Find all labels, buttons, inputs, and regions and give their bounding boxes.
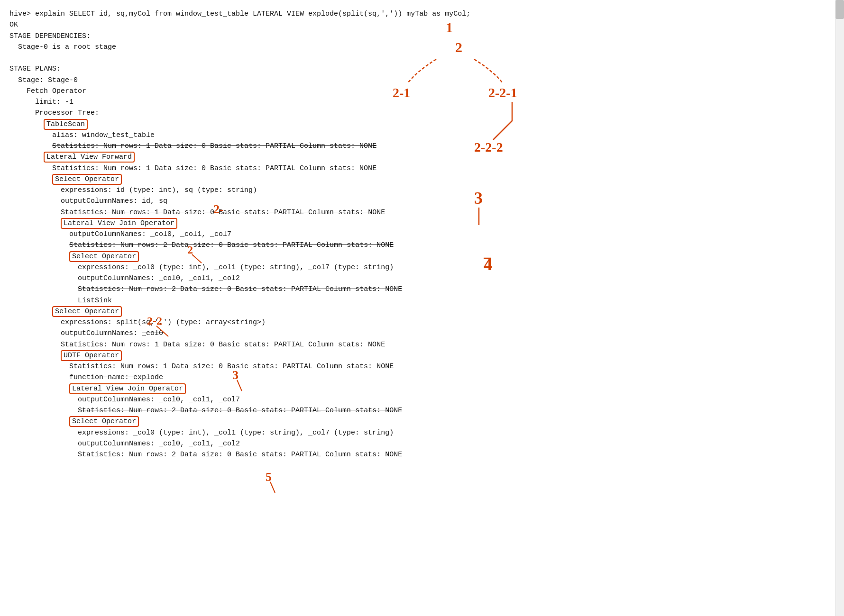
lateral-view-forward-box: Lateral View Forward — [44, 152, 135, 163]
tablescan-box: TableScan — [44, 119, 88, 130]
code-line-18: outputColumnNames: id, sq — [9, 196, 835, 207]
code-line-39: expressions: _col0 (type: int), _col1 (t… — [9, 427, 835, 438]
code-line-12: alias: window_test_table — [9, 130, 835, 141]
code-line-8: Fetch Operator — [9, 86, 835, 97]
code-line-16: Select Operator — [9, 174, 835, 185]
select-operator-box-3: Select Operator — [52, 306, 122, 317]
code-line-35: Lateral View Join Operator — [9, 383, 835, 394]
stats-line-15: Statistics: Num rows: 1 Data size: 0 Bas… — [52, 164, 376, 172]
stats-line-26: Statistics: Num rows: 2 Data size: 0 Bas… — [78, 285, 402, 293]
annotation-5-area: 5 — [266, 470, 272, 484]
code-line-20: Lateral View Join Operator — [9, 218, 835, 229]
code-line-25: outputColumnNames: _col0, _col1, _col2 — [9, 273, 835, 284]
strike-34: function name: explode — [69, 373, 163, 381]
code-line-10: Processor Tree: — [9, 108, 835, 118]
code-line-13: Statistics: Num rows: 1 Data size: 0 Bas… — [9, 141, 835, 152]
code-line-23: Select Operator — [9, 251, 835, 262]
scrollbar[interactable] — [835, 0, 844, 616]
code-line-40: outputColumnNames: _col0, _col1, _col2 — [9, 438, 835, 449]
code-line-21: outputColumnNames: _col0, _col1, _col7 — [9, 229, 835, 240]
code-line-27: ListSink — [9, 295, 835, 306]
select-operator-box-1: Select Operator — [52, 174, 122, 185]
code-line-36: outputColumnNames: _col0, _col1, _col7 — [9, 394, 835, 405]
code-line-3: STAGE DEPENDENCIES: — [9, 31, 835, 42]
lateral-view-join-op-box-2: Lateral View Join Operator — [69, 383, 186, 394]
code-line-6: STAGE PLANS: — [9, 63, 835, 74]
udtf-operator-box: UDTF Operator — [61, 350, 122, 361]
code-line-1: hive> explain SELECT id, sq,myCol from w… — [9, 9, 835, 19]
code-line-38: Select Operator — [9, 416, 835, 427]
code-line-33: Statistics: Num rows: 1 Data size: 0 Bas… — [9, 361, 835, 372]
code-line-17: expressions: id (type: int), sq (type: s… — [9, 185, 835, 196]
select-operator-box-2: Select Operator — [69, 251, 139, 262]
stats-line-13: Statistics: Num rows: 1 Data size: 0 Bas… — [52, 142, 376, 150]
select-operator-box-4: Select Operator — [69, 416, 139, 427]
code-line-22: Statistics: Num rows: 2 Data size: 0 Bas… — [9, 240, 835, 251]
code-line-26: Statistics: Num rows: 2 Data size: 0 Bas… — [9, 284, 835, 295]
code-line-37: Statistics: Num rows: 2 Data size: 0 Bas… — [9, 405, 835, 416]
lateral-view-join-op-box-1: Lateral View Join Operator — [61, 218, 177, 229]
code-line-5 — [9, 53, 835, 63]
code-line-29: expressions: split(sq,',') (type: array<… — [9, 317, 835, 328]
main-content: hive> explain SELECT id, sq,myCol from w… — [0, 0, 844, 469]
code-line-32: UDTF Operator — [9, 350, 835, 361]
arrow-5-down — [270, 482, 275, 493]
code-line-2: OK — [9, 19, 835, 30]
code-line-11: TableScan — [9, 119, 835, 130]
strike-29: ' — [155, 318, 159, 326]
stats-line-19: Statistics: Num rows: 1 Data size: 0 Bas… — [61, 208, 385, 217]
code-line-41: Statistics: Num rows: 2 Data size: 0 Bas… — [9, 449, 835, 460]
code-line-31: Statistics: Num rows: 1 Data size: 0 Bas… — [9, 339, 835, 350]
strike-37: Statistics: Num rows: 2 Data size: 0 Bas… — [78, 407, 402, 415]
code-line-7: Stage: Stage-0 — [9, 75, 835, 86]
scrollbar-thumb[interactable] — [835, 0, 844, 19]
code-line-24: expressions: _col0 (type: int), _col1 (t… — [9, 262, 835, 273]
code-line-15: Statistics: Num rows: 1 Data size: 0 Bas… — [9, 163, 835, 174]
code-line-28: Select Operator — [9, 306, 835, 317]
code-line-14: Lateral View Forward — [9, 152, 835, 163]
code-line-4: Stage-0 is a root stage — [9, 42, 835, 53]
code-line-30: outputColumnNames: _col0 — [9, 328, 835, 339]
code-line-9: limit: -1 — [9, 97, 835, 108]
stats-line-22: Statistics: Num rows: 2 Data size: 0 Bas… — [69, 241, 394, 249]
strike-30: _col0 — [142, 329, 163, 337]
code-line-34: function name: explode — [9, 372, 835, 383]
code-line-19: Statistics: Num rows: 1 Data size: 0 Bas… — [9, 207, 835, 218]
